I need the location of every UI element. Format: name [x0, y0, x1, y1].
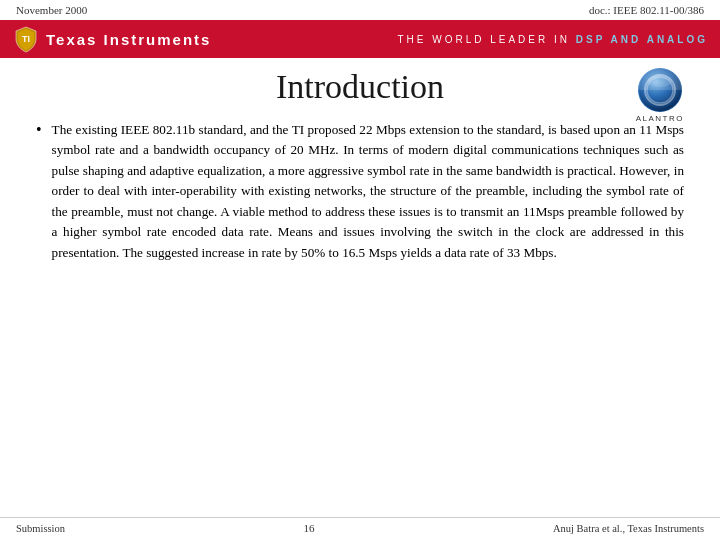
alantro-logo: Alantro: [636, 68, 684, 123]
tagline-pre: THE WORLD LEADER IN: [397, 34, 575, 45]
footer-page-number: 16: [304, 522, 315, 534]
doc-label: doc.: IEEE 802.11-00/386: [589, 4, 704, 16]
title-row: Introduction: [36, 68, 684, 106]
footer-left: Submission: [16, 523, 65, 534]
alantro-label: Alantro: [636, 114, 684, 123]
alantro-svg-icon: [638, 68, 682, 112]
company-name: Texas Instruments: [46, 31, 211, 48]
svg-point-2: [647, 77, 673, 103]
main-content: Introduction: [0, 58, 720, 517]
ti-banner: TI Texas Instruments THE WORLD LEADER IN…: [0, 20, 720, 58]
ti-shield-icon: TI: [12, 25, 40, 53]
alantro-circle-icon: [638, 68, 682, 112]
date-label: November 2000: [16, 4, 87, 16]
tagline-highlight: DSP AND ANALOG: [576, 34, 708, 45]
svg-point-1: [639, 69, 681, 111]
svg-text:TI: TI: [22, 34, 30, 44]
bullet-item: • The existing IEEE 802.11b standard, an…: [36, 120, 684, 263]
footer-right: Anuj Batra et al., Texas Instruments: [553, 523, 704, 534]
body-paragraph: The existing IEEE 802.11b standard, and …: [52, 120, 684, 263]
banner-tagline: THE WORLD LEADER IN DSP AND ANALOG: [397, 34, 708, 45]
bullet-dot: •: [36, 121, 42, 263]
page: November 2000 doc.: IEEE 802.11-00/386 T…: [0, 0, 720, 540]
footer: Submission 16 Anuj Batra et al., Texas I…: [0, 517, 720, 540]
svg-point-3: [648, 75, 672, 87]
ti-logo: TI Texas Instruments: [12, 25, 211, 53]
page-title: Introduction: [276, 68, 444, 106]
top-bar: November 2000 doc.: IEEE 802.11-00/386: [0, 0, 720, 20]
